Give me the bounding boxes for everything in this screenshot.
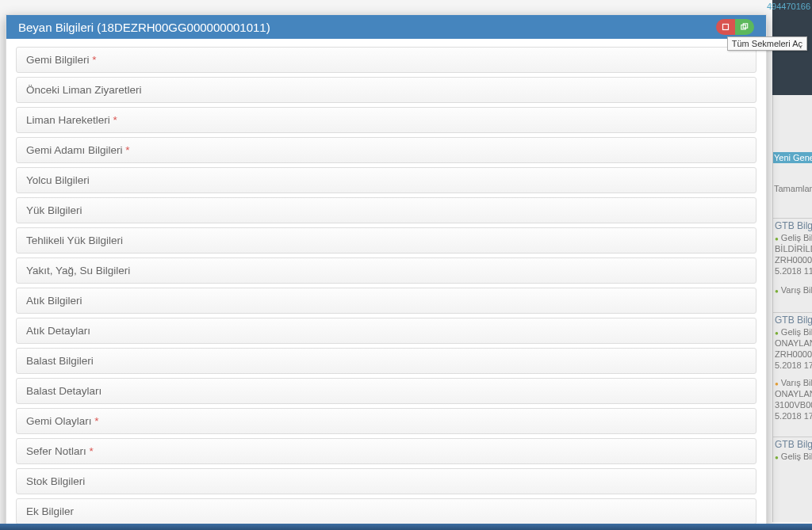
new-general-button[interactable]: Yeni Genel B: [773, 152, 812, 163]
accordion-label: Tehlikeli Yük Bilgileri: [26, 234, 123, 246]
accordion-label: Atık Bilgileri: [26, 295, 82, 307]
card-line: ONAYLAND: [774, 388, 811, 399]
card-heading: GTB Bilgil: [774, 219, 811, 232]
accordion-label: Önceki Liman Ziyaretleri: [26, 84, 142, 96]
accordion-header[interactable]: Tehlikeli Yük Bilgileri: [16, 227, 756, 254]
accordion-header[interactable]: Sefer Notları *: [16, 438, 756, 464]
card-line: ONAYLAND: [774, 337, 811, 349]
expand-all-tooltip: Tüm Sekmeleri Aç: [727, 36, 807, 51]
card-line: BİLDİRİLD: [774, 243, 811, 254]
accordion-label: Balast Bilgileri: [26, 355, 94, 367]
accordion-header[interactable]: Gemi Olayları *: [16, 408, 756, 434]
windows-taskbar[interactable]: [0, 524, 812, 530]
collapse-all-button[interactable]: [716, 19, 735, 35]
accordion-label: Gemi Bilgileri: [26, 54, 90, 66]
accordion-label: Yük Bilgileri: [26, 204, 82, 216]
modal-body: Gemi Bilgileri *Önceki Liman Ziyaretleri…: [6, 39, 766, 530]
accordion-header[interactable]: Stok Bilgileri: [16, 468, 756, 494]
background-sidebar: Yeni Genel B Tamamlanan GTB Bilgil Geliş…: [772, 95, 812, 522]
expand-icon: [741, 23, 749, 31]
card-line: Varış Bildi: [774, 377, 811, 388]
accordion-header[interactable]: Liman Hareketleri *: [16, 107, 756, 133]
status-filter-label: Tamamlanan: [773, 183, 812, 194]
expand-all-button[interactable]: [735, 19, 754, 35]
background-card-2: GTB Bilgil Geliş Bildi ONAYLAND ZRH00000…: [773, 312, 812, 422]
card-line: 5.2018 17:0: [774, 360, 811, 371]
background-header-link[interactable]: 494470166: [765, 0, 812, 13]
accordion-label: Gemi Adamı Bilgileri: [26, 144, 123, 156]
card-line: Geliş Bildi: [774, 326, 811, 337]
accordion-header[interactable]: Gemi Adamı Bilgileri *: [16, 137, 756, 163]
accordion-header[interactable]: Atık Bilgileri: [16, 288, 756, 314]
background-card-3: GTB Bilgil Geliş Bildi: [773, 437, 812, 463]
modal-header: Beyan Bilgileri (18DEZRH00GG000000001011…: [6, 15, 766, 39]
card-line: ZRH0000000: [774, 254, 811, 265]
accordion-header[interactable]: Yakıt, Yağ, Su Bilgileri: [16, 257, 756, 284]
modal-header-buttons: [716, 19, 754, 35]
required-marker: *: [94, 415, 98, 427]
modal-title: Beyan Bilgileri (18DEZRH00GG000000001011…: [18, 21, 270, 34]
card-line: Geliş Bildi: [774, 451, 811, 462]
required-marker: *: [90, 445, 94, 457]
card-heading: GTB Bilgil: [774, 314, 811, 326]
required-marker: *: [92, 54, 96, 66]
accordion-label: Balast Detayları: [26, 385, 102, 397]
accordion-label: Atık Detayları: [26, 325, 90, 337]
collapse-icon: [722, 23, 730, 31]
svg-rect-0: [723, 25, 729, 30]
accordion-header[interactable]: Balast Bilgileri: [16, 348, 756, 374]
card-line: Geliş Bildi: [774, 232, 811, 243]
accordion-label: Ek Bilgiler: [26, 505, 74, 517]
card-line: 5.2018 17:0: [774, 410, 811, 421]
accordion-label: Liman Hareketleri: [26, 114, 110, 126]
card-line: 3100VB0000: [774, 399, 811, 410]
declaration-info-modal: Beyan Bilgileri (18DEZRH00GG000000001011…: [6, 14, 767, 530]
required-marker: *: [125, 144, 129, 156]
required-marker: *: [113, 114, 117, 126]
card-line: 5.2018 11:3: [774, 265, 811, 276]
accordion-label: Yolcu Bilgileri: [26, 174, 90, 186]
background-card-1: GTB Bilgil Geliş Bildi BİLDİRİLD ZRH0000…: [773, 218, 812, 296]
accordion-header[interactable]: Önceki Liman Ziyaretleri: [16, 77, 756, 103]
accordion-header[interactable]: Yük Bilgileri: [16, 197, 756, 223]
accordion-header[interactable]: Balast Detayları: [16, 378, 756, 404]
accordion-header[interactable]: Gemi Bilgileri *: [16, 47, 756, 73]
card-line: ZRH0000000: [774, 349, 811, 360]
accordion-header[interactable]: Ek Bilgiler: [16, 498, 756, 524]
accordion-label: Yakıt, Yağ, Su Bilgileri: [26, 265, 130, 276]
card-line: Varış Bildi: [774, 284, 811, 296]
accordion-label: Gemi Olayları: [26, 415, 92, 427]
accordion-header[interactable]: Atık Detayları: [16, 318, 756, 344]
accordion-label: Sefer Notları: [26, 445, 86, 457]
card-heading: GTB Bilgil: [774, 438, 811, 451]
accordion-header[interactable]: Yolcu Bilgileri: [16, 167, 756, 193]
accordion-label: Stok Bilgileri: [26, 475, 85, 487]
